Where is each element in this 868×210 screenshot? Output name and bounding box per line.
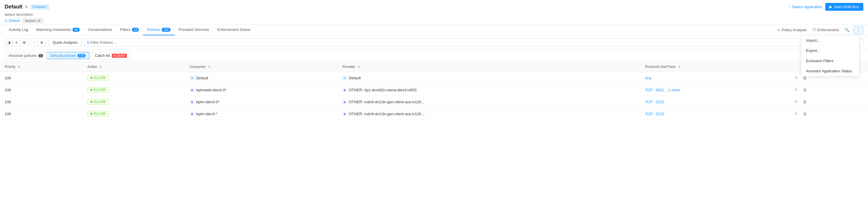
list-view-button[interactable]: ≡ xyxy=(13,38,20,46)
edit-row-button[interactable]: ✎ xyxy=(794,75,799,81)
table-row: 100 ALLOW◈bpim-idev3-0*◈OTHER: rcdn9-dci… xyxy=(0,96,868,108)
row-actions: ✎ 🗑 xyxy=(794,87,863,93)
cell-provider: ⊙Default xyxy=(338,72,640,84)
main-tabs: Activity Log Matching Inventories 46 Con… xyxy=(0,25,868,35)
tab-enforcement-status[interactable]: Enforcement Status xyxy=(213,25,254,35)
edit-row-button[interactable]: ✎ xyxy=(794,87,799,93)
provider-icon: ⊙ xyxy=(342,76,347,80)
filter-bar[interactable]: ℹ Filter Policies ... xyxy=(84,38,863,46)
cell-provider: ◈OTHER: rtp1-dcm02n-oama-idev4:iv653 xyxy=(338,84,640,96)
protocol-link[interactable]: TCP : 5222 xyxy=(645,112,664,116)
cell-priority: 100 xyxy=(0,108,83,120)
absolute-count: 0 xyxy=(38,54,43,57)
consumer-name: bpim-idev3-* xyxy=(196,112,217,116)
group-button[interactable]: ⊕ xyxy=(37,38,46,46)
sort-icon-provider[interactable]: ⇅ xyxy=(358,65,360,69)
deny-badge: ● DENY xyxy=(112,54,127,58)
tab-matching-inventories[interactable]: Matching Inventories 46 xyxy=(32,25,84,35)
cell-action: ALLOW xyxy=(83,84,185,96)
sort-icon-protocols[interactable]: ⇅ xyxy=(678,65,681,69)
tab-policies[interactable]: Policies 155 xyxy=(143,25,174,35)
cell-protocol: TCP : 6021 ...1 more xyxy=(640,84,789,96)
breadcrumb-row: ⊙ Default Version: v1 xyxy=(5,18,863,23)
consumer-name: bpim-idev3-0* xyxy=(196,100,219,104)
sort-icon-consumer[interactable]: ⇅ xyxy=(208,65,211,69)
search-action[interactable]: 🔍 xyxy=(843,25,851,34)
delete-row-button[interactable]: 🗑 xyxy=(802,87,808,93)
cell-consumer: ◈bpim-idev3-* xyxy=(185,108,338,120)
cell-provider: ◈OTHER: rcdn9-dci13n-gen-client-ace:iv12… xyxy=(338,96,640,108)
cell-priority: 100 xyxy=(0,84,83,96)
dropdown-menu: Import... Export... Exclusion Filters An… xyxy=(801,35,859,76)
sort-icon-priority[interactable]: ⇅ xyxy=(18,65,20,69)
provider-name: OTHER: rtp1-dcm02n-oama-idev4:iv653 xyxy=(349,88,416,92)
sort-icon-action[interactable]: ⇅ xyxy=(99,65,102,69)
policy-analysis-action[interactable]: ∿ Policy Analysis xyxy=(775,25,808,34)
cell-consumer: ⊙Default xyxy=(185,72,338,84)
catch-all-button[interactable]: Catch All ● DENY xyxy=(92,52,130,59)
protocol-link[interactable]: Any xyxy=(645,76,651,80)
allow-dot xyxy=(91,101,92,103)
start-adm-button[interactable]: ▶ Start ADM Run xyxy=(825,3,863,11)
title-row: Default ✎ PRIMARY xyxy=(5,4,49,10)
protocol-link[interactable]: TCP : 5222 xyxy=(645,100,664,104)
provider-name: OTHER: rcdn9-dci13n-gen-client-ace:iv120… xyxy=(349,100,424,104)
version-badge: Version: v1 xyxy=(22,18,43,23)
allow-badge: ALLOW xyxy=(87,99,109,105)
primary-badge: PRIMARY xyxy=(31,5,49,9)
cell-action: ALLOW xyxy=(83,108,185,120)
col-provider: Provider ⇅ xyxy=(338,62,640,72)
cell-provider: ◈OTHER: rcdn9-dci13n-gen-client-ace:iv12… xyxy=(338,108,640,120)
action-group: ↑ ⊕ xyxy=(31,38,46,46)
edit-row-button[interactable]: ✎ xyxy=(794,111,799,117)
dropdown-ancestor-app-status[interactable]: Ancestor Application Status xyxy=(801,66,859,76)
table-body: 100 ALLOW⊙Default⊙DefaultAny ✎ 🗑 100 ALL… xyxy=(0,72,868,120)
upload-button[interactable]: ↑ xyxy=(31,38,38,46)
subtabs: Absolute policies 0 Default policies 154… xyxy=(0,50,868,62)
edit-icon[interactable]: ✎ xyxy=(25,5,28,9)
chart-icon: ∿ xyxy=(777,28,780,32)
cell-priority: 100 xyxy=(0,96,83,108)
cell-consumer: ◈bpim-idev3-0* xyxy=(185,96,338,108)
view-toggle-group: ◑ ≡ ⊞ xyxy=(5,38,29,46)
subtab-default-policies[interactable]: Default policies 154 xyxy=(47,52,90,59)
table-header: Priority ⇅ Action ⇅ Consumer ⇅ Provider … xyxy=(0,62,868,72)
policies-badge: 155 xyxy=(161,28,170,32)
edit-row-button[interactable]: ✎ xyxy=(794,99,799,105)
pie-chart-view-button[interactable]: ◑ xyxy=(5,38,13,46)
header-top: Default ✎ PRIMARY ↑ Switch Application ▶… xyxy=(5,3,863,11)
protocol-link[interactable]: TCP : 6021 ...1 more xyxy=(645,88,680,92)
search-icon: 🔍 xyxy=(845,28,849,32)
allow-badge: ALLOW xyxy=(87,87,109,93)
allow-dot xyxy=(91,113,92,115)
col-protocols: Protocols And Ports ⇅ xyxy=(640,62,789,72)
grid-view-button[interactable]: ⊞ xyxy=(20,38,29,46)
page-wrapper: Default ✎ PRIMARY ↑ Switch Application ▶… xyxy=(0,0,868,120)
provider-icon: ◈ xyxy=(342,100,347,104)
cell-row-actions: ✎ 🗑 xyxy=(789,96,868,108)
breadcrumb-default[interactable]: ⊙ Default xyxy=(5,19,20,23)
cell-priority: 100 xyxy=(0,72,83,84)
dropdown-export[interactable]: Export... xyxy=(801,46,859,56)
quick-analysis-button[interactable]: Quick Analysis xyxy=(48,38,82,46)
delete-row-button[interactable]: 🗑 xyxy=(802,111,808,117)
enforcement-action[interactable]: 🛡 Enforcement xyxy=(811,25,841,34)
delete-row-button[interactable]: 🗑 xyxy=(802,99,808,105)
shield-icon: 🛡 xyxy=(812,28,816,32)
home-icon: ⊙ xyxy=(5,19,7,23)
more-options-button[interactable]: ⋮ xyxy=(854,26,863,34)
tab-conversations[interactable]: Conversations xyxy=(84,25,116,35)
tab-provided-services[interactable]: Provided Services xyxy=(175,25,213,35)
switch-application-link[interactable]: ↑ Switch Application xyxy=(789,5,822,9)
tab-filters[interactable]: Filters 13 xyxy=(116,25,143,35)
dropdown-import[interactable]: Import... xyxy=(801,35,859,46)
subtab-absolute-policies[interactable]: Absolute policies 0 xyxy=(5,52,47,59)
consumer-name: bpimweb-idev3-0* xyxy=(196,88,226,92)
tab-activity-log[interactable]: Activity Log xyxy=(5,25,32,35)
info-icon: ℹ xyxy=(87,40,89,45)
table-row: 100 ALLOW⊙Default⊙DefaultAny ✎ 🗑 xyxy=(0,72,868,84)
header: Default ✎ PRIMARY ↑ Switch Application ▶… xyxy=(0,0,868,25)
provider-name: OTHER: rcdn9-dci13n-gen-client-ace:iv120… xyxy=(349,112,424,116)
filters-badge: 13 xyxy=(132,28,139,32)
dropdown-exclusion-filters[interactable]: Exclusion Filters xyxy=(801,56,859,66)
